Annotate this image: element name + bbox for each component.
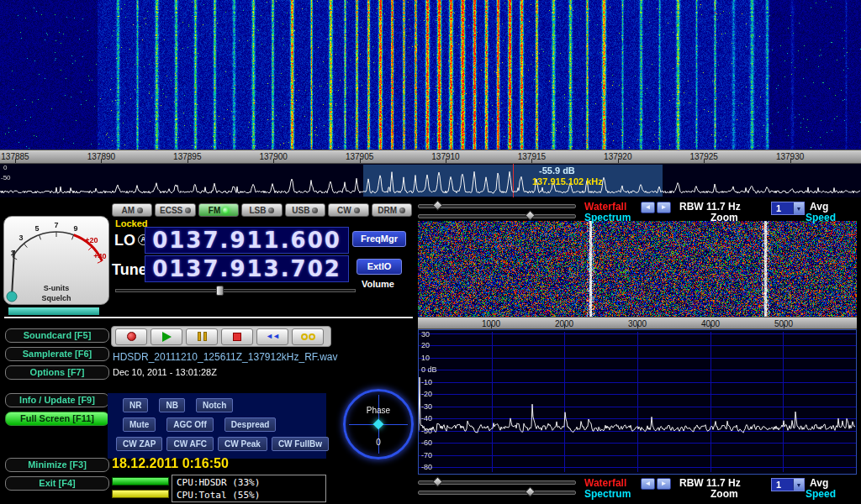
waterfall-level-slider-top[interactable] bbox=[418, 204, 576, 208]
nb-button[interactable]: NB bbox=[159, 398, 184, 412]
recording-filename: HDSDR_20111210_125611Z_137912kHz_RF.wav bbox=[113, 351, 338, 363]
soundcard-button[interactable]: Soundcard [F5] bbox=[5, 328, 109, 343]
volume-thumb[interactable] bbox=[216, 286, 224, 296]
volume-slider[interactable] bbox=[115, 286, 356, 296]
full-screen-button[interactable]: Full Screen [F11] bbox=[5, 412, 109, 426]
locked-indicator: Locked bbox=[115, 218, 148, 228]
spectrum-mode-label-top[interactable]: Spectrum bbox=[584, 212, 631, 223]
mode-button-am[interactable]: AM bbox=[112, 203, 152, 217]
display-controls-bottom: WaterfallSpectrum◄►RBW 11.7 HzZoom1▼AvgS… bbox=[415, 476, 861, 500]
spectrum-level-slider-bottom[interactable] bbox=[418, 491, 576, 495]
notch-button[interactable]: Notch bbox=[196, 398, 233, 412]
chevron-down-icon[interactable]: ▼ bbox=[793, 202, 804, 214]
mode-button-usb[interactable]: USB bbox=[285, 203, 325, 217]
slider-handle[interactable] bbox=[432, 200, 443, 211]
mode-label: DRM bbox=[378, 206, 397, 215]
mode-button-lsb[interactable]: LSB bbox=[241, 203, 282, 217]
cursor-frequency-readout: 137.915.102 kHz bbox=[532, 176, 603, 186]
chevron-down-icon[interactable]: ▼ bbox=[793, 479, 804, 491]
mode-led-icon bbox=[399, 207, 405, 213]
minimize-button[interactable]: Minimize [F3] bbox=[5, 458, 109, 472]
loop-button[interactable] bbox=[292, 328, 324, 345]
exit-button[interactable]: Exit [F4] bbox=[5, 476, 109, 491]
avg-select-top[interactable]: 1▼ bbox=[771, 202, 805, 215]
spectrum-level-slider-top[interactable] bbox=[418, 214, 576, 218]
phase-value: 0 bbox=[343, 438, 414, 447]
loop-icon bbox=[301, 333, 315, 340]
db-tick-label: 0 dB bbox=[421, 365, 437, 374]
extio-button[interactable]: ExtIO bbox=[357, 259, 402, 275]
mute-button[interactable]: Mute bbox=[123, 417, 156, 432]
db-tick-label: 30 bbox=[421, 330, 430, 339]
info-update-button[interactable]: Info / Update [F9] bbox=[5, 393, 109, 407]
slider-handle[interactable] bbox=[525, 486, 536, 497]
db-tick-label: 20 bbox=[421, 341, 430, 349]
tune-label: Tune bbox=[112, 261, 147, 279]
lo-frequency-display[interactable]: 0137.911.600 bbox=[145, 227, 349, 254]
pause-button[interactable] bbox=[186, 328, 218, 345]
tune-frequency-display[interactable]: 0137.913.702 bbox=[145, 255, 349, 282]
sidebar: Soundcard [F5]Samplerate [F6]Options [F7… bbox=[5, 328, 109, 495]
db-tick-label: -80 bbox=[421, 463, 432, 471]
rbw-down-button-bottom[interactable]: ◄ bbox=[641, 478, 655, 490]
main-frequency-scale[interactable]: 1378851378901378951379001379051379101379… bbox=[0, 150, 861, 164]
cw-peak-button[interactable]: CW Peak bbox=[218, 437, 267, 451]
frequency-tick-label: 137925 bbox=[690, 152, 718, 161]
avg-label-bottom: Avg bbox=[810, 477, 828, 489]
cw-fullbw-button[interactable]: CW FullBw bbox=[272, 437, 329, 451]
rbw-down-button-top[interactable]: ◄ bbox=[641, 202, 655, 213]
frequency-tick-label: 137890 bbox=[87, 152, 115, 161]
cw-zap-button[interactable]: CW ZAP bbox=[116, 437, 162, 451]
db-tick-label: -70 bbox=[421, 451, 432, 459]
despread-button[interactable]: Despread bbox=[224, 417, 277, 432]
avg-value: 1 bbox=[772, 203, 793, 213]
db-tick-label: 10 bbox=[421, 354, 430, 362]
frequency-tick-label: 137895 bbox=[173, 152, 201, 161]
db-tick-label: -30 bbox=[421, 402, 432, 411]
main-spectrum-display[interactable]: 0 -50 -55.9 dB 137.915.102 kHz bbox=[0, 164, 861, 197]
mode-button-row: AMECSSFMLSBUSBCWDRM bbox=[112, 203, 412, 218]
record-button[interactable] bbox=[115, 328, 147, 345]
freqmgr-button[interactable]: FreqMgr bbox=[352, 231, 406, 247]
options-button[interactable]: Options [F7] bbox=[5, 365, 109, 380]
cpu-hdsdr-bar bbox=[112, 477, 169, 486]
samplerate-button[interactable]: Samplerate [F6] bbox=[5, 347, 109, 361]
frequency-tick-label: 137900 bbox=[260, 152, 288, 161]
frequency-tick-label: 137905 bbox=[346, 152, 373, 161]
mode-button-drm[interactable]: DRM bbox=[372, 203, 412, 217]
mode-button-fm[interactable]: FM bbox=[198, 203, 239, 217]
waterfall-mode-label-top[interactable]: Waterfall bbox=[584, 201, 626, 213]
speed-label-bottom: Speed bbox=[806, 488, 836, 500]
avg-select-bottom[interactable]: 1▼ bbox=[771, 478, 805, 491]
rbw-up-button-top[interactable]: ► bbox=[657, 202, 671, 213]
aux-waterfall-display[interactable] bbox=[418, 221, 857, 317]
display-controls-top: WaterfallSpectrum◄►RBW 11.7 HzZoom1▼AvgS… bbox=[415, 200, 861, 223]
rewind-button[interactable]: ◄◄ bbox=[256, 328, 288, 345]
zoom-label-top: Zoom bbox=[710, 212, 738, 223]
aux-spectrum-display[interactable]: 3020100 dB-10-20-30-40-50-60-70-80 bbox=[418, 329, 857, 475]
slider-handle[interactable] bbox=[525, 210, 536, 221]
waterfall-mode-label-bottom[interactable]: Waterfall bbox=[584, 477, 626, 489]
stop-icon bbox=[233, 333, 241, 341]
spectrum-mode-label-bottom[interactable]: Spectrum bbox=[584, 488, 631, 500]
agc-off-button[interactable]: AGC Off bbox=[166, 417, 213, 432]
mode-button-ecss[interactable]: ECSS bbox=[155, 203, 195, 217]
aux-frequency-scale[interactable]: 10002000300040005000 bbox=[418, 317, 857, 329]
main-waterfall-display[interactable] bbox=[0, 0, 861, 150]
cw-afc-button[interactable]: CW AFC bbox=[166, 437, 214, 451]
aux-spectrum-canvas[interactable] bbox=[419, 330, 856, 474]
slider-handle[interactable] bbox=[432, 476, 443, 487]
avg-value: 1 bbox=[772, 480, 793, 490]
main-spectrum-canvas[interactable] bbox=[0, 164, 861, 197]
play-button[interactable] bbox=[151, 328, 182, 345]
mode-button-cw[interactable]: CW bbox=[328, 203, 368, 217]
dsp-panel: NRNBNotchMuteAGC OffDespreadCW ZAPCW AFC… bbox=[108, 393, 326, 459]
waterfall-level-slider-bottom[interactable] bbox=[418, 480, 576, 485]
squelch-level-bar[interactable] bbox=[4, 305, 413, 318]
frequency-tick-label: 3000 bbox=[628, 319, 647, 328]
nr-button[interactable]: NR bbox=[123, 398, 148, 412]
mode-led-icon bbox=[312, 207, 318, 213]
stop-button[interactable] bbox=[221, 328, 253, 345]
rbw-up-button-bottom[interactable]: ► bbox=[657, 478, 671, 490]
db-tick-label: -20 bbox=[421, 390, 432, 398]
